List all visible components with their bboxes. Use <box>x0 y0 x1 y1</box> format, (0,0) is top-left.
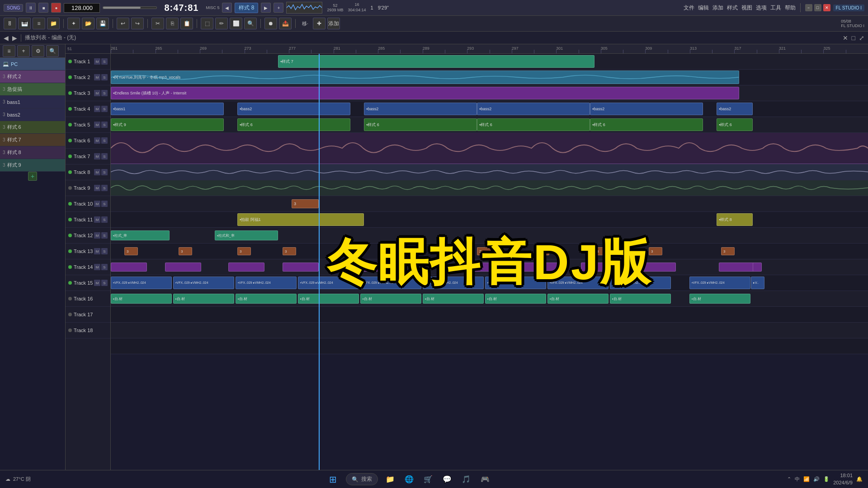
track-row-7[interactable] <box>111 164 868 180</box>
clip-track2-1[interactable]: ▪阿YueYue,刘兆宇 - 冬眠 mp3_vocals <box>111 70 739 84</box>
bpm-display[interactable]: 128.000 <box>64 3 100 13</box>
tb-copy[interactable]: ⎘ <box>166 18 179 29</box>
clip-track14-1[interactable]: ▪VFX..029 ▸VMH2..024 <box>111 277 172 289</box>
track-label-18[interactable]: Track 18 <box>66 323 110 338</box>
tb-step[interactable]: ≡ <box>33 18 45 29</box>
clip-track4-4[interactable]: ▪bass2 <box>477 103 590 115</box>
track-label-3[interactable]: Track 3 M S <box>66 85 110 101</box>
clip-track13-3[interactable] <box>228 263 264 272</box>
track-row-18[interactable] <box>111 338 868 354</box>
taskbar-browser[interactable]: 🌐 <box>402 473 416 486</box>
breadcrumb-expand[interactable]: ⤢ <box>859 34 864 42</box>
track-8-solo[interactable]: S <box>101 169 108 175</box>
sidebar-search[interactable]: 🔍 <box>46 45 59 57</box>
tb-record2[interactable]: ⏺ <box>264 18 277 29</box>
track-13-solo[interactable]: S <box>101 248 108 254</box>
record-button[interactable]: ● <box>51 3 61 13</box>
clip-track15-7[interactable]: ▪自.材 <box>485 294 546 304</box>
breadcrumb-close[interactable]: ✕ <box>843 34 848 42</box>
track-label-12[interactable]: Track 12 M S <box>66 228 110 244</box>
tb-zoom[interactable]: 🔍 <box>244 18 257 29</box>
track-label-9[interactable]: Track 9 M S <box>66 180 110 196</box>
track-row-8[interactable] <box>111 180 868 196</box>
tb-browser[interactable]: 📁 <box>47 18 60 29</box>
track-label-14[interactable]: Track 14 M S <box>66 259 110 275</box>
tb-cut[interactable]: ✂ <box>151 18 164 29</box>
track-label-13[interactable]: Track 13 M S <box>66 244 110 259</box>
clip-track15-6[interactable]: ▪自.材 <box>423 294 484 304</box>
clip-track13-8[interactable] <box>581 263 617 272</box>
track-14-solo[interactable]: S <box>101 264 108 270</box>
clip-track14-8[interactable]: ▪VFX..029 ▸VMH2..024 <box>547 277 609 289</box>
clip-track9-1[interactable]: 3 <box>292 199 319 208</box>
track-row-6[interactable] <box>111 133 868 164</box>
tb-export[interactable]: 📤 <box>279 18 292 29</box>
sidebar-toggle[interactable]: ≡ <box>3 45 15 57</box>
search-box[interactable]: 🔍 搜索 <box>346 473 378 485</box>
tb-draw[interactable]: ✏ <box>215 18 228 29</box>
clip-track12-9[interactable]: 3 <box>594 247 608 255</box>
track-row-12[interactable]: 3 3 3 3 3 3 3 3 3 3 3 <box>111 244 868 259</box>
sidebar-add-item-button[interactable]: + <box>28 172 37 181</box>
track-9-mute[interactable]: M <box>94 185 100 191</box>
track-1-mute[interactable]: M <box>94 58 100 65</box>
clip-track14-2[interactable]: ▪VFX..029 ▸VMH2..024 <box>173 277 234 289</box>
tb-new[interactable]: ✦ <box>67 18 80 29</box>
clip-track3-1[interactable]: ▪Endless Smile (插槽 10) - 人声 - Intensit <box>111 87 739 99</box>
breadcrumb-nav-left[interactable]: ◀ <box>4 34 9 42</box>
sidebar-item-yang9[interactable]: 3 样式 9 <box>0 159 65 172</box>
clip-track5-3[interactable]: ▪样式 6 <box>364 118 477 131</box>
clip-track12-10[interactable]: 3 <box>649 247 662 255</box>
stop-button[interactable]: ■ <box>38 3 48 13</box>
track-15-mute[interactable]: M <box>94 280 100 286</box>
menu-file[interactable]: 文件 <box>684 4 694 12</box>
track-11-mute[interactable]: M <box>94 216 100 223</box>
clip-track14-5[interactable]: ▪VFX..029 ▸VMH2..024 <box>360 277 421 289</box>
sidebar-item-bass1[interactable]: 3 bass1 <box>0 96 65 108</box>
tb-select[interactable]: ⬚ <box>201 18 213 29</box>
clip-track12-4[interactable]: 3 <box>283 247 296 255</box>
track-row-1[interactable]: ▪样式 7 <box>111 54 868 70</box>
clip-track5-4[interactable]: ▪样式 6 <box>477 118 590 131</box>
clip-track10-2[interactable]: ▪样式 8 <box>717 213 753 226</box>
clip-track14-11[interactable]: ▸V.. <box>751 277 764 289</box>
track-label-10[interactable]: Track 10 M S <box>66 196 110 212</box>
tb-undo[interactable]: ↩ <box>117 18 129 29</box>
track-10-mute[interactable]: M <box>94 201 100 207</box>
sidebar-add[interactable]: + <box>17 45 30 57</box>
tb-paste[interactable]: 📋 <box>180 18 193 29</box>
clip-track10-1[interactable]: ▪拍鼓 阿福1 <box>237 213 364 226</box>
clip-track12-1[interactable]: 3 <box>124 247 138 255</box>
pause-button[interactable]: ⏸ <box>26 3 36 13</box>
track-label-5[interactable]: Track 5 M S <box>66 117 110 133</box>
track-10-solo[interactable]: S <box>101 201 108 207</box>
track-label-2[interactable]: Track 2 M S <box>66 70 110 85</box>
track-14-mute[interactable]: M <box>94 264 100 270</box>
minimize-button[interactable]: － <box>805 4 812 11</box>
tb-save[interactable]: 💾 <box>96 18 109 29</box>
clip-track14-9[interactable]: ▪VFX..029 ▸VMH2..024 <box>610 277 671 289</box>
tb-open[interactable]: 📂 <box>82 18 94 29</box>
clip-track14-10[interactable]: ▪VFX..029 ▸VMH2..024 <box>689 277 750 289</box>
clip-track13-1[interactable] <box>111 263 147 272</box>
taskbar-chevron-icon[interactable]: ⌃ <box>787 476 791 482</box>
track-row-17[interactable] <box>111 323 868 338</box>
clip-track13-9[interactable] <box>640 263 676 272</box>
clip-track14-3[interactable]: ▪VFX..029 ▸VMH2..024 <box>236 277 297 289</box>
clip-track11-1[interactable]: ▪柱式_率 <box>111 230 170 240</box>
song-button[interactable]: SONG <box>4 4 23 12</box>
track-5-solo[interactable]: S <box>101 122 108 128</box>
track-15-solo[interactable]: S <box>101 280 108 286</box>
track-row-16[interactable] <box>111 307 868 323</box>
track-2-solo[interactable]: S <box>101 74 108 80</box>
track-1-solo[interactable]: S <box>101 58 108 65</box>
clip-track1-1[interactable]: ▪样式 7 <box>278 55 594 68</box>
clip-track11-2[interactable]: ▪柱式和_率 <box>215 230 278 240</box>
prev-pattern-button[interactable]: ◀ <box>222 3 232 13</box>
track-4-mute[interactable]: M <box>94 106 100 112</box>
taskbar-wifi-icon[interactable]: 📶 <box>803 476 810 482</box>
maximize-button[interactable]: □ <box>814 4 821 11</box>
taskbar-app1[interactable]: 🎮 <box>478 473 492 486</box>
menu-options[interactable]: 选项 <box>756 4 767 12</box>
clip-track4-1[interactable]: ▪bass1 <box>111 103 224 115</box>
